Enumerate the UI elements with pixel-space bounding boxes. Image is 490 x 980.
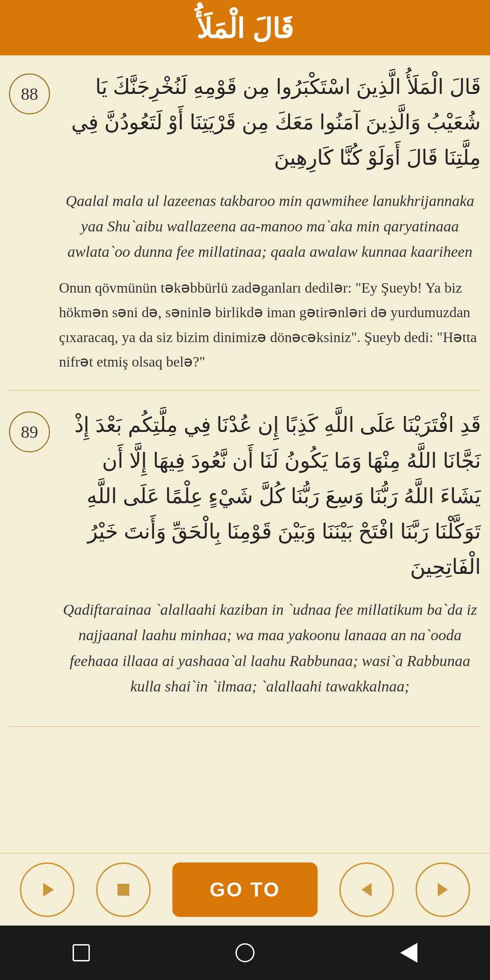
verse-block-89: 89 قَدِ افْتَرَيْنَا عَلَى اللَّهِ كَذِب… xyxy=(9,407,481,726)
surah-title: قَالَ الْمَلَأُ xyxy=(9,13,481,44)
verse-number-88: 88 xyxy=(9,74,50,114)
svg-marker-3 xyxy=(438,883,448,897)
bottom-toolbar: GO TO xyxy=(0,853,490,926)
goto-button[interactable]: GO TO xyxy=(172,862,318,917)
transliteration-89: Qadiftarainaa `alallaahi kaziban in `udn… xyxy=(59,597,481,699)
app-header: قَالَ الْمَلَأُ xyxy=(0,0,490,55)
transliteration-88: Qaalal mala ul lazeenas takbaroo min qaw… xyxy=(59,188,481,265)
stop-button[interactable] xyxy=(96,862,151,917)
arabic-text-89: قَدِ افْتَرَيْنَا عَلَى اللَّهِ كَذِبًا … xyxy=(59,407,481,584)
svg-marker-2 xyxy=(362,883,372,897)
android-back-button[interactable] xyxy=(400,943,417,963)
verse-content-88: قَالَ الْمَلَأُ الَّذِينَ اسْتَكْبَرُوا … xyxy=(59,69,481,374)
svg-marker-0 xyxy=(43,883,54,897)
content-area: 88 قَالَ الْمَلَأُ الَّذِينَ اسْتَكْبَرُ… xyxy=(0,55,490,853)
next-button[interactable] xyxy=(416,862,470,917)
verse-block-88: 88 قَالَ الْمَلَأُ الَّذِينَ اسْتَكْبَرُ… xyxy=(9,69,481,391)
prev-button[interactable] xyxy=(339,862,394,917)
android-nav-bar xyxy=(0,926,490,980)
android-home-button[interactable] xyxy=(235,943,255,962)
android-recents-button[interactable] xyxy=(73,944,90,961)
arabic-text-88: قَالَ الْمَلَأُ الَّذِينَ اسْتَكْبَرُوا … xyxy=(59,69,481,176)
verse-number-89: 89 xyxy=(9,412,50,452)
play-button[interactable] xyxy=(20,862,74,917)
svg-rect-1 xyxy=(118,884,129,896)
verse-content-89: قَدِ افْتَرَيْنَا عَلَى اللَّهِ كَذِبًا … xyxy=(59,407,481,710)
translation-88: Onun qövmünün təkəbbürlü zadəganları ded… xyxy=(59,275,481,374)
